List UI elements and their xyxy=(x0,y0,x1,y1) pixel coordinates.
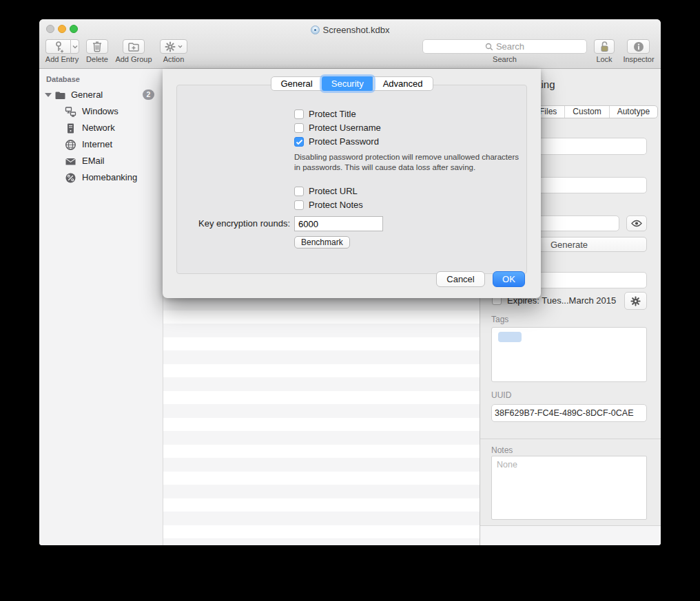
add-entry-button[interactable] xyxy=(45,39,70,54)
protect-username-checkbox[interactable] xyxy=(294,123,304,133)
benchmark-button[interactable]: Benchmark xyxy=(294,236,350,249)
sidebar-item-email[interactable]: EMail xyxy=(39,153,163,169)
protect-password-checkbox[interactable] xyxy=(294,137,304,147)
sidebar-item-label: Internet xyxy=(82,136,112,153)
inspector-tabs: Files Custom Autotype xyxy=(531,105,658,118)
add-group-button[interactable] xyxy=(123,39,145,54)
info-icon xyxy=(633,41,644,52)
sidebar-item-label: Network xyxy=(82,120,115,136)
sidebar-item-network[interactable]: Network xyxy=(39,120,163,136)
cancel-button[interactable]: Cancel xyxy=(436,271,485,287)
sidebar-item-internet[interactable]: Internet xyxy=(39,136,163,153)
sidebar-item-homebanking[interactable]: Homebanking xyxy=(39,169,163,186)
protect-password-row[interactable]: Protect Password xyxy=(294,136,379,147)
lock-button[interactable] xyxy=(594,39,615,54)
tags-label: Tags xyxy=(491,315,508,324)
inspector-button[interactable] xyxy=(627,39,650,54)
protect-username-row[interactable]: Protect Username xyxy=(294,123,381,133)
checkbox-label: Protect Password xyxy=(309,136,379,147)
delete-button[interactable] xyxy=(86,39,108,54)
checkbox-label: Protect URL xyxy=(309,186,358,196)
tab-custom[interactable]: Custom xyxy=(564,106,608,118)
tab-general[interactable]: General xyxy=(271,77,322,90)
key-plus-icon xyxy=(52,41,65,53)
expires-settings-button[interactable] xyxy=(624,292,647,310)
protect-title-checkbox[interactable] xyxy=(294,109,304,119)
trash-icon xyxy=(92,41,103,52)
protect-title-row[interactable]: Protect Title xyxy=(294,109,356,119)
folder-plus-icon xyxy=(127,41,140,52)
disclosure-triangle-icon[interactable] xyxy=(45,93,52,97)
sidebar-item-label: EMail xyxy=(82,153,105,169)
count-badge: 2 xyxy=(143,89,154,100)
sidebar-item-label: Windows xyxy=(82,103,119,120)
globe-icon xyxy=(65,139,76,151)
protect-notes-row[interactable]: Protect Notes xyxy=(294,200,363,210)
protect-url-checkbox[interactable] xyxy=(294,187,304,196)
lock-label: Lock xyxy=(589,55,619,63)
action-label: Action xyxy=(160,55,187,63)
rounds-input[interactable] xyxy=(294,216,383,231)
checkbox-label: Protect Username xyxy=(309,123,381,133)
sidebar-item-general[interactable]: General 2 xyxy=(39,87,163,103)
tab-advanced[interactable]: Advanced xyxy=(373,77,433,90)
checkbox-label: Protect Notes xyxy=(309,200,363,210)
search-label: Search xyxy=(422,55,587,63)
password-protection-note: Disabling password protection will remov… xyxy=(294,152,527,172)
rounds-label: Key encryption rounds: xyxy=(176,216,290,231)
computers-icon xyxy=(65,106,76,118)
inspector-label: Inspector xyxy=(620,55,657,63)
notes-placeholder: None xyxy=(497,460,517,470)
checkbox-label: Protect Title xyxy=(309,109,356,119)
generate-label: Generate xyxy=(550,240,588,250)
reveal-password-button[interactable] xyxy=(626,215,647,231)
ok-button[interactable]: OK xyxy=(493,271,525,287)
chevron-down-icon xyxy=(178,45,183,48)
window-title: Screenshot.kdbx xyxy=(323,25,390,35)
tags-box[interactable] xyxy=(491,327,647,382)
notes-label: Notes xyxy=(491,445,513,455)
inspector-footer xyxy=(480,526,661,545)
protect-notes-checkbox[interactable] xyxy=(294,200,304,210)
add-entry-dropdown[interactable] xyxy=(70,39,79,54)
sidebar-item-windows[interactable]: Windows xyxy=(39,103,163,120)
protect-url-row[interactable]: Protect URL xyxy=(294,186,358,196)
sidebar-item-label: General xyxy=(71,87,103,103)
ok-label: OK xyxy=(502,274,515,284)
divider xyxy=(480,439,661,439)
search-input[interactable]: Search xyxy=(422,39,587,54)
percent-icon xyxy=(65,172,76,184)
gear-icon xyxy=(630,296,641,306)
cancel-label: Cancel xyxy=(446,274,474,284)
tab-autotype[interactable]: Autotype xyxy=(609,106,657,118)
security-sheet-dialog: General Security Advanced Protect Title … xyxy=(163,69,541,298)
uuid-label: UUID xyxy=(491,390,511,400)
sidebar-item-label: Homebanking xyxy=(82,169,137,186)
document-proxy-icon xyxy=(311,25,320,34)
add-entry-label: Add Entry xyxy=(39,55,85,63)
folder-icon xyxy=(54,89,66,101)
search-placeholder: Search xyxy=(496,41,524,52)
chevron-down-icon xyxy=(72,45,78,49)
delete-label: Delete xyxy=(85,55,110,63)
eye-icon xyxy=(631,220,642,227)
server-icon xyxy=(65,123,76,134)
uuid-field[interactable]: 38F629B7-FC4E-489C-8DCF-0CAE xyxy=(491,404,647,422)
tag-chip[interactable] xyxy=(498,332,522,342)
gear-icon xyxy=(165,41,176,52)
action-button[interactable] xyxy=(160,39,187,54)
unlock-icon xyxy=(599,41,610,52)
sidebar-section-header: Database xyxy=(46,75,80,83)
sheet-tabs: General Security Advanced xyxy=(270,76,433,91)
envelope-icon xyxy=(65,156,76,167)
sidebar: Database General 2 Windows xyxy=(39,69,163,545)
benchmark-label: Benchmark xyxy=(301,238,343,247)
search-icon xyxy=(485,43,493,51)
titlebar: Screenshot.kdbx xyxy=(39,24,661,35)
app-window: Screenshot.kdbx Add Entry xyxy=(39,19,661,545)
add-group-label: Add Group xyxy=(114,55,154,63)
tab-security[interactable]: Security xyxy=(322,76,373,91)
check-icon xyxy=(296,139,303,145)
notes-textarea[interactable]: None xyxy=(491,456,647,520)
toolbar: Screenshot.kdbx Add Entry xyxy=(39,19,661,69)
